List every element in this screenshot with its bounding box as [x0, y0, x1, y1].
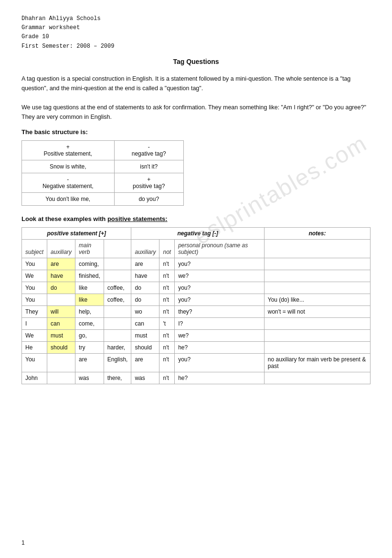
cell-pronoun: you? [175, 294, 265, 305]
cell-aux2: are [131, 353, 159, 372]
table-row: Snow is white, isn't it? [22, 160, 184, 173]
sub-header-row: subject auxiliary mainverb auxiliary not… [22, 239, 371, 258]
cell-notes: You (do) like... [264, 294, 370, 305]
notes-subheader [264, 239, 370, 258]
cell-subject: We [22, 270, 47, 282]
cell-aux2: must [131, 329, 159, 341]
table-row: +Positive statement, -negative tag? [22, 140, 184, 160]
cell-mainverb: go, [75, 329, 104, 341]
cell-notes [264, 341, 370, 353]
cell-not: n't [159, 329, 175, 341]
cell-extra [104, 305, 131, 317]
table-row: You do like coffee, do n't you? [22, 282, 371, 294]
page-number: 1 [21, 539, 25, 546]
cell-extra [104, 329, 131, 341]
pos-statement-header: positive statement [+] [22, 227, 131, 239]
school-name: Dhahran Ahliyya Schools [21, 14, 371, 23]
cell-not: n't [159, 353, 175, 372]
cell-auxiliary: should [47, 341, 75, 353]
cell-pronoun: he? [175, 341, 265, 353]
cell-snow: Snow is white, [22, 160, 115, 173]
cell-mainverb: try [75, 341, 104, 353]
cell-pronoun: you? [175, 353, 265, 372]
cell-aux2: do [131, 294, 159, 305]
table-row: I can come, can 't I? [22, 317, 371, 329]
cell-not: n't [159, 258, 175, 270]
cell-pos-header: +Positive statement, [22, 140, 115, 160]
header: Dhahran Ahliyya Schools Grammar workshee… [21, 14, 371, 51]
cell-not: 't [159, 317, 175, 329]
semester: First Semester: 2008 – 2009 [21, 42, 371, 51]
cell-subject: I [22, 317, 47, 329]
cell-auxiliary [47, 372, 75, 384]
cell-aux2: have [131, 270, 159, 282]
cell-auxiliary: do [47, 282, 75, 294]
cell-aux2: should [131, 341, 159, 353]
basic-structure-heading: The basic structure is: [21, 128, 371, 136]
table-row: -Negative statement, +positive tag? [22, 173, 184, 192]
table-row: John was there, was n't he? [22, 372, 371, 384]
cell-notes [264, 258, 370, 270]
grade: Grade 10 [21, 32, 371, 42]
cell-extra: there, [104, 372, 131, 384]
page-title: Tag Questions [21, 58, 371, 65]
cell-extra [104, 258, 131, 270]
cell-auxiliary [47, 294, 75, 305]
table-row: He should try harder, should n't he? [22, 341, 371, 353]
underlined-text: positive statements: [107, 215, 168, 222]
worksheet-type: Grammar worksheet [21, 23, 371, 32]
cell-auxiliary [47, 353, 75, 372]
cell-aux2: was [131, 372, 159, 384]
cell-notes [264, 282, 370, 294]
cell-pronoun: we? [175, 270, 265, 282]
cell-extra: coffee, [104, 282, 131, 294]
cell-auxiliary: will [47, 305, 75, 317]
table-row: You are coming, are n't you? [22, 258, 371, 270]
notes-header: notes: [264, 227, 370, 239]
cell-aux2: are [131, 258, 159, 270]
cell-notes [264, 372, 370, 384]
cell-pronoun: you? [175, 282, 265, 294]
cell-subject: You [22, 282, 47, 294]
cell-you-dont: You don't like me, [22, 192, 115, 205]
table-row: We have finished, have n't we? [22, 270, 371, 282]
cell-extra: harder, [104, 341, 131, 353]
cell-not: n't [159, 305, 175, 317]
cell-auxiliary: are [47, 258, 75, 270]
cell-neg-header: -negative tag? [114, 140, 184, 160]
cell-subject: He [22, 341, 47, 353]
cell-pronoun: we? [175, 329, 265, 341]
cell-not: n't [159, 270, 175, 282]
cell-not: n't [159, 282, 175, 294]
cell-extra [104, 270, 131, 282]
auxiliary-subheader: auxiliary [47, 239, 75, 258]
cell-not: n't [159, 294, 175, 305]
cell-not: n't [159, 372, 175, 384]
neg-tag-header: negative tag [-] [131, 227, 264, 239]
extra-subheader [104, 239, 131, 258]
cell-auxiliary: have [47, 270, 75, 282]
cell-subject: You [22, 353, 47, 372]
table-row: You like coffee, do n't you? You (do) li… [22, 294, 371, 305]
table-row: We must go, must n't we? [22, 329, 371, 341]
cell-subject: They [22, 305, 47, 317]
cell-do-you: do you? [114, 192, 184, 205]
basic-structure-table: +Positive statement, -negative tag? Snow… [21, 140, 184, 206]
cell-pronoun: he? [175, 372, 265, 384]
cell-pronoun: they? [175, 305, 265, 317]
cell-extra: coffee, [104, 294, 131, 305]
cell-neg-header2: -Negative statement, [22, 173, 115, 192]
cell-mainverb: was [75, 372, 104, 384]
cell-notes [264, 270, 370, 282]
cell-notes [264, 329, 370, 341]
cell-auxiliary: can [47, 317, 75, 329]
cell-aux2: wo [131, 305, 159, 317]
cell-aux2: do [131, 282, 159, 294]
aux2-subheader: auxiliary [131, 239, 159, 258]
table-row: You are English, are n't you? no auxilia… [22, 353, 371, 372]
cell-isnt: isn't it? [114, 160, 184, 173]
cell-mainverb: like [75, 294, 104, 305]
cell-notes: no auxiliary for main verb be present & … [264, 353, 370, 372]
cell-not: n't [159, 341, 175, 353]
cell-mainverb: coming, [75, 258, 104, 270]
